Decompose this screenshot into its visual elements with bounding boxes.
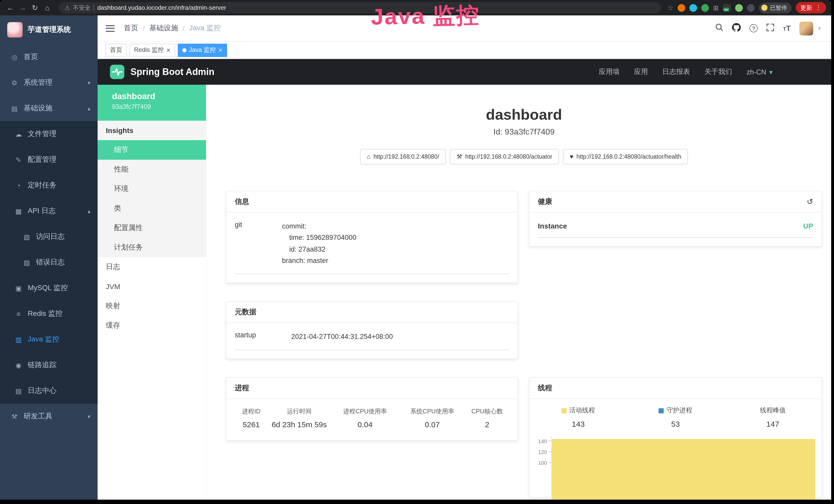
back-button[interactable]: ← [5, 4, 16, 12]
breadcrumb-infrastructure[interactable]: 基础设施 [149, 24, 178, 33]
sba-nav-wallboard[interactable]: 应用墙 [599, 67, 619, 76]
legend-live-threads[interactable]: 活动线程 143 [530, 407, 627, 429]
threads-card-title: 线程 [530, 378, 821, 399]
close-icon[interactable]: × [219, 47, 222, 53]
sba-item-loggers[interactable]: 日志 [97, 257, 206, 277]
infrastructure-icon: ▤ [10, 105, 19, 112]
sba-item-classes[interactable]: 类 [97, 199, 206, 218]
metadata-card-title: 元数据 [226, 302, 517, 323]
sba-item-config-props[interactable]: 配置属性 [97, 218, 206, 238]
cloud-icon: ☁ [14, 130, 23, 138]
health-url-button[interactable]: ♥ http://192.168.0.2:48080/actuator/heal… [563, 149, 688, 164]
sidebar-item-java-monitor[interactable]: ▥ Java 监控 [0, 327, 97, 352]
chevron-down-icon: ▾ [769, 68, 773, 76]
not-secure-warning-icon: ⚠ [65, 4, 70, 11]
health-card: 健康 ↺ Instance UP [529, 191, 822, 247]
screen: ← → ↻ ⌂ ⚠ 不安全 dashboard.yudao.iocoder.cn… [0, 0, 834, 504]
log-icon: ▦ [14, 207, 23, 215]
forward-button[interactable]: → [18, 4, 28, 12]
heart-icon: ♥ [570, 153, 573, 160]
security-label[interactable]: 不安全 [73, 4, 91, 12]
breadcrumb-home[interactable]: 首页 [124, 24, 138, 33]
sidebar-item-trace[interactable]: ◉ 链路追踪 [0, 352, 97, 378]
sidebar-item-redis-monitor[interactable]: ≡ Redis 监控 [0, 301, 97, 327]
insights-group-label: Insights [97, 121, 206, 140]
chevron-down-icon: ▾ [88, 413, 90, 420]
docs-help-icon[interactable]: ? [749, 24, 758, 32]
github-icon[interactable] [732, 23, 741, 33]
sidebar-item-scheduled-jobs[interactable]: ◔ 定时任务 [0, 173, 97, 198]
sidebar-item-api-logs[interactable]: ▦ API 日志 ▴ [0, 198, 97, 224]
close-icon[interactable]: × [167, 47, 170, 53]
sba-item-jvm[interactable]: JVM [97, 277, 206, 296]
sba-nav-about[interactable]: 关于我们 [704, 67, 732, 76]
sba-instance-header[interactable]: dashboard 93a3fc7f7409 [97, 85, 206, 121]
health-card-title: 健康 ↺ [530, 191, 821, 212]
search-icon[interactable] [715, 23, 723, 33]
sba-nav-applications[interactable]: 应用 [634, 67, 648, 76]
app-logo[interactable]: 芋道管理系统 [0, 16, 97, 44]
font-size-icon[interactable]: TT [783, 24, 791, 33]
breadcrumb-separator: / [143, 24, 145, 32]
sba-brand-title[interactable]: Spring Boot Admin [130, 67, 215, 77]
extension-icon-green[interactable] [701, 4, 709, 12]
legend-peak-threads[interactable]: 线程峰值 147 [724, 407, 821, 429]
sidebar-item-log-center[interactable]: ▤ 日志中心 [0, 378, 97, 404]
locale-selector[interactable]: zh-CN ▾ [746, 68, 773, 76]
extension-icon-dark[interactable] [747, 4, 755, 12]
smiley-icon [761, 5, 767, 11]
paused-badge[interactable]: 已暂停 [759, 2, 792, 13]
sba-item-details[interactable]: 细节 [97, 140, 206, 160]
access-log-icon: ▧ [23, 233, 31, 240]
extension-icon-leaf[interactable] [735, 4, 743, 12]
sidebar-item-infrastructure[interactable]: ▤ 基础设施 ▴ [0, 95, 97, 121]
sidebar-item-dev-tools[interactable]: ⚒ 研发工具 ▾ [0, 404, 97, 429]
browser-home-button[interactable]: ⌂ [42, 4, 52, 12]
sba-nav-journal[interactable]: 日志报表 [662, 67, 690, 76]
chevron-up-icon: ▴ [88, 105, 90, 112]
sidebar-item-mysql-monitor[interactable]: ▣ MySQL 监控 [0, 275, 97, 301]
tab-java-monitor[interactable]: Java 监控 × [177, 43, 227, 57]
eye-icon: ◉ [14, 361, 23, 369]
sba-item-caches[interactable]: 缓存 [97, 316, 206, 335]
actuator-url-button[interactable]: ⚒ http://192.168.0.2:48080/actuator [450, 149, 559, 164]
health-instance-row: Instance UP [538, 222, 813, 238]
spring-boot-admin-logo[interactable] [110, 65, 124, 79]
sba-navbar: Spring Boot Admin 应用墙 应用 日志报表 关于我们 zh-CN… [97, 59, 831, 85]
sidebar-item-config-management[interactable]: ✎ 配置管理 [0, 147, 97, 173]
legend-daemon-threads[interactable]: 守护进程 53 [627, 407, 724, 429]
tab-home[interactable]: 首页 [105, 43, 127, 57]
sba-item-mappings[interactable]: 映射 [97, 296, 206, 316]
sidebar-item-system-management[interactable]: ⚙ 系统管理 ▾ [0, 70, 97, 95]
extension-icon-orange[interactable] [678, 4, 685, 12]
sidebar-item-file-management[interactable]: ☁ 文件管理 [0, 121, 97, 147]
browser-menu-icon[interactable]: ⋮ [815, 4, 821, 11]
tab-redis-monitor[interactable]: Redis 监控 × [129, 43, 175, 57]
avatar-caret-icon[interactable]: ▾ [818, 25, 821, 31]
sidebar-item-access-logs[interactable]: ▧ 访问日志 [0, 224, 97, 250]
extensions-area: ☆ ⊞ on 已暂停 更新 ⋮ [667, 2, 826, 13]
extension-icon-teal[interactable] [689, 4, 697, 12]
sidebar-item-error-logs[interactable]: ▨ 错误日志 [0, 250, 97, 275]
wrench-icon: ⚒ [457, 153, 462, 160]
bookmark-star-icon[interactable]: ☆ [667, 4, 674, 12]
sidebar-item-home[interactable]: ◎ 首页 [0, 44, 97, 70]
extensions-grid-icon[interactable]: ⊞ [713, 4, 719, 12]
address-bar[interactable]: ⚠ 不安全 dashboard.yudao.iocoder.cn/infra/a… [59, 2, 661, 13]
hamburger-icon[interactable] [106, 25, 114, 31]
sba-item-scheduled-tasks[interactable]: 计划任务 [97, 238, 206, 257]
sba-item-environment[interactable]: 环境 [97, 179, 206, 199]
reload-button[interactable]: ↻ [30, 4, 40, 12]
live-threads-area [552, 439, 815, 500]
fullscreen-icon[interactable] [766, 23, 774, 33]
sba-content: dashboard Id: 93a3fc7f7409 ⌂ http://192.… [206, 85, 831, 500]
gear-icon: ⚙ [10, 79, 19, 87]
service-url-button[interactable]: ⌂ http://192.168.0.2:48080/ [360, 149, 446, 164]
url-text[interactable]: dashboard.yudao.iocoder.cn/infra/admin-s… [97, 4, 226, 11]
browser-update-button[interactable]: 更新 ⋮ [796, 2, 826, 13]
sba-item-metrics[interactable]: 性能 [97, 160, 206, 179]
user-avatar[interactable] [799, 21, 813, 35]
extension-icon-on-badge[interactable]: on [723, 4, 731, 12]
timer-icon: ◔ [14, 182, 23, 189]
history-icon[interactable]: ↺ [807, 197, 813, 206]
